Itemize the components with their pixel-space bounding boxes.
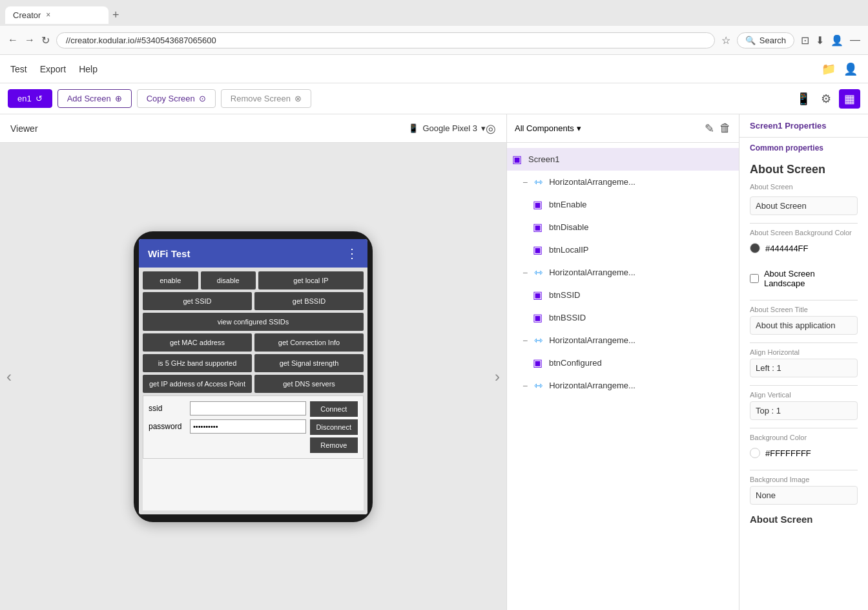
password-input[interactable] — [190, 419, 306, 434]
edit-component-btn[interactable]: ✎ — [705, 121, 714, 136]
about-screen-heading-2: About Screen — [739, 509, 868, 527]
user-icon[interactable]: 👤 — [843, 62, 858, 76]
left-nav-arrow[interactable]: ‹ — [6, 368, 12, 386]
phone-row-3: view configured SSIDs — [143, 313, 364, 331]
active-tab[interactable]: Creator × — [5, 6, 108, 24]
btn-icon-enable: ▣ — [533, 198, 542, 211]
blocks-icon[interactable]: ▦ — [839, 89, 860, 109]
comp-item-btnenable[interactable]: ▣ btnEnable — [507, 193, 739, 216]
copy-screen-button[interactable]: Copy Screen ⊙ — [137, 89, 216, 108]
btn-ip-ap[interactable]: get IP address of Access Point — [143, 375, 252, 393]
comp-name-btnbssid: btnBSSID — [549, 313, 586, 322]
device-chevron: ▾ — [481, 123, 486, 133]
about-screen-section: About Screen — [739, 179, 868, 193]
screen-toolbar: en1 ↺ Add Screen ⊕ Copy Screen ⊙ Remove … — [0, 83, 868, 114]
align-vertical-value[interactable]: Top : 1 — [750, 401, 858, 420]
comp-item-screen1[interactable]: ▣ Screen1 — [507, 148, 739, 171]
align-horizontal-value[interactable]: Left : 1 — [750, 359, 858, 377]
horiz-icon-3: ⇿ — [534, 334, 542, 346]
comp-item-horiz1[interactable]: − ⇿ HorizontalArrangeme... — [507, 171, 739, 193]
btn-icon-ssid: ▣ — [533, 289, 542, 301]
toggle-horiz4[interactable]: − — [522, 381, 528, 391]
screen1-tab[interactable]: en1 ↺ — [8, 89, 52, 108]
comp-name-btnssid: btnSSID — [549, 290, 580, 300]
btn-view-ssids[interactable]: view configured SSIDs — [143, 313, 364, 331]
common-properties-label: Common properties — [750, 143, 823, 152]
hide-components-icon[interactable]: ◎ — [486, 121, 496, 136]
right-nav-arrow[interactable]: › — [495, 368, 500, 386]
new-tab-button[interactable]: + — [112, 8, 119, 22]
phone-menu-icon[interactable]: ⋮ — [346, 246, 358, 261]
components-icons: ✎ 🗑 — [705, 121, 731, 136]
btn-connection-info[interactable]: get Connection Info — [254, 333, 364, 352]
browser-chrome: Creator × + ← → ↻ //creator.kodular.io/#… — [0, 0, 868, 55]
settings-icon[interactable]: ⚙ — [818, 89, 834, 109]
comp-item-horiz4[interactable]: − ⇿ HorizontalArrangeme... — [507, 374, 739, 397]
btn-bssid[interactable]: get BSSID — [254, 292, 364, 310]
delete-component-btn[interactable]: 🗑 — [719, 121, 731, 136]
horiz-icon-2: ⇿ — [534, 266, 542, 279]
ssid-input[interactable] — [190, 401, 306, 415]
btn-enable[interactable]: enable — [143, 271, 198, 289]
toggle-horiz2[interactable]: − — [522, 268, 528, 278]
profile-icon[interactable]: 👤 — [831, 34, 843, 47]
search-box[interactable]: 🔍 Search — [737, 32, 794, 48]
comp-item-btnconfigured[interactable]: ▣ btnConfigured — [507, 352, 739, 374]
toggle-horiz3[interactable]: − — [522, 335, 528, 346]
comp-item-btndisable[interactable]: ▣ btnDisable — [507, 216, 739, 238]
comp-item-btnbssid[interactable]: ▣ btnBSSID — [507, 306, 739, 329]
btn-disable[interactable]: disable — [201, 271, 256, 289]
back-icon[interactable]: ← — [8, 34, 18, 46]
remove-screen-button[interactable]: Remove Screen ⊗ — [221, 89, 311, 108]
about-landscape-checkbox[interactable] — [750, 274, 759, 283]
toggle-horiz1[interactable]: − — [522, 177, 528, 187]
btn-signal[interactable]: get Signal strength — [254, 354, 364, 372]
refresh-icon[interactable]: ↻ — [41, 34, 50, 47]
download-icon[interactable]: ⬇ — [816, 34, 824, 47]
device-selector[interactable]: 📱 Google Pixel 3 ▾ — [408, 123, 486, 133]
address-bar: ← → ↻ //creator.kodular.io/#534054368706… — [0, 26, 868, 54]
ssid-label: ssid — [149, 404, 187, 413]
remove-btn[interactable]: Remove — [310, 437, 358, 453]
common-properties-section: Common properties — [739, 138, 868, 155]
copy-screen-icon: ⊙ — [199, 94, 206, 103]
btn-mac[interactable]: get MAC address — [143, 333, 252, 352]
comp-item-horiz3[interactable]: − ⇿ HorizontalArrangeme... — [507, 329, 739, 352]
nav-help[interactable]: Help — [79, 61, 98, 77]
add-screen-button[interactable]: Add Screen ⊕ — [57, 89, 132, 108]
comp-item-horiz2[interactable]: − ⇿ HorizontalArrangeme... — [507, 261, 739, 284]
phone-row-6: get IP address of Access Point get DNS s… — [143, 375, 364, 393]
phone-row-5: is 5 GHz band supported get Signal stren… — [143, 354, 364, 372]
about-title-value[interactable]: About this application — [750, 316, 858, 335]
folder-icon[interactable]: 📁 — [822, 62, 836, 76]
nav-test[interactable]: Test — [10, 61, 27, 77]
comp-item-btnlocalip[interactable]: ▣ btnLocalIP — [507, 238, 739, 261]
align-vertical-label: Align Vertical — [750, 385, 858, 399]
bg-color-value-row[interactable]: #FFFFFFFF — [750, 444, 858, 462]
pocket-icon[interactable]: ⊡ — [801, 34, 809, 47]
nav-export[interactable]: Export — [40, 61, 66, 77]
url-input[interactable]: //creator.kodular.io/#5340543687065600 — [56, 32, 715, 48]
about-landscape-checkbox-row[interactable]: About Screen Landscape — [750, 265, 858, 292]
comp-name-horiz3: HorizontalArrangeme... — [549, 335, 636, 345]
phone-row-1: enable disable get local IP — [143, 271, 364, 289]
btn-5ghz[interactable]: is 5 GHz band supported — [143, 354, 252, 372]
viewer-label: Viewer — [10, 123, 408, 134]
btn-ssid[interactable]: get SSID — [143, 292, 252, 310]
btn-dns[interactable]: get DNS servers — [254, 375, 364, 393]
forward-icon[interactable]: → — [25, 34, 35, 46]
bg-image-value[interactable]: None — [750, 486, 858, 505]
about-bg-color-value-row[interactable]: #444444FF — [750, 239, 858, 257]
comp-item-btnssid[interactable]: ▣ btnSSID — [507, 284, 739, 306]
minimize-icon[interactable]: — — [850, 34, 860, 46]
connect-btn[interactable]: Connect — [310, 401, 358, 417]
phone-app-bar: WiFi Test ⋮ — [139, 239, 367, 268]
btn-local-ip[interactable]: get local IP — [258, 271, 364, 289]
phone-icon[interactable]: 📱 — [794, 89, 813, 109]
tab-close-button[interactable]: × — [46, 10, 50, 19]
about-screen-value[interactable]: About Screen — [750, 196, 858, 215]
star-icon[interactable]: ☆ — [721, 34, 730, 47]
add-screen-label: Add Screen — [67, 94, 111, 103]
components-selector[interactable]: All Components ▾ — [515, 123, 581, 133]
disconnect-btn[interactable]: Disconnect — [310, 419, 358, 435]
